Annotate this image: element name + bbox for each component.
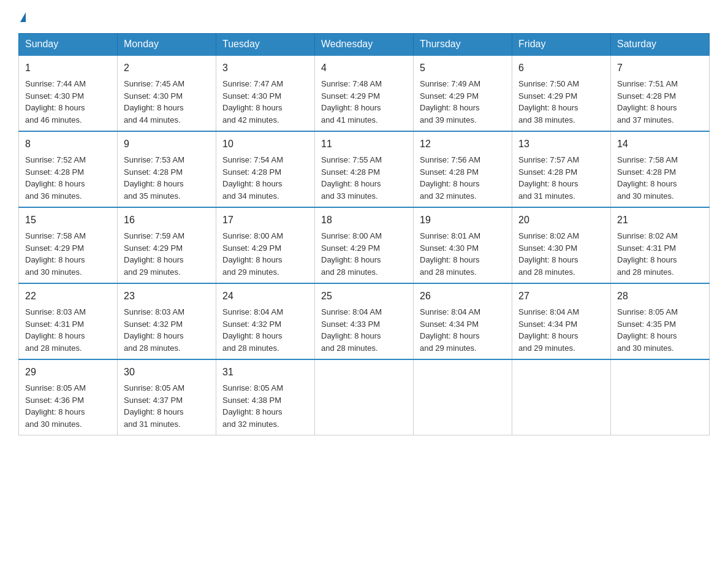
day-number: 14 — [617, 137, 703, 151]
week-row-2: 8Sunrise: 7:52 AM Sunset: 4:28 PM Daylig… — [19, 131, 710, 207]
day-cell-12: 12Sunrise: 7:56 AM Sunset: 4:28 PM Dayli… — [414, 131, 512, 207]
empty-cell — [611, 359, 710, 435]
day-cell-23: 23Sunrise: 8:03 AM Sunset: 4:32 PM Dayli… — [118, 283, 216, 359]
day-number: 7 — [617, 61, 703, 75]
day-number: 1 — [25, 61, 111, 75]
day-info: Sunrise: 7:53 AM Sunset: 4:28 PM Dayligh… — [124, 154, 210, 202]
day-info: Sunrise: 8:05 AM Sunset: 4:37 PM Dayligh… — [124, 382, 210, 430]
day-info: Sunrise: 8:03 AM Sunset: 4:31 PM Dayligh… — [25, 306, 111, 354]
day-cell-26: 26Sunrise: 8:04 AM Sunset: 4:34 PM Dayli… — [414, 283, 512, 359]
day-header-tuesday: Tuesday — [216, 34, 315, 56]
day-number: 21 — [617, 213, 703, 228]
week-row-4: 22Sunrise: 8:03 AM Sunset: 4:31 PM Dayli… — [19, 283, 710, 359]
day-number: 17 — [222, 213, 308, 228]
day-number: 16 — [124, 213, 210, 228]
day-number: 25 — [321, 289, 407, 304]
empty-cell — [315, 359, 414, 435]
day-number: 13 — [518, 137, 604, 151]
day-number: 29 — [25, 365, 111, 380]
day-number: 2 — [124, 61, 210, 75]
day-header-wednesday: Wednesday — [315, 34, 414, 56]
day-info: Sunrise: 7:45 AM Sunset: 4:30 PM Dayligh… — [124, 78, 210, 126]
day-info: Sunrise: 8:01 AM Sunset: 4:30 PM Dayligh… — [420, 230, 506, 278]
day-number: 19 — [420, 213, 506, 228]
day-number: 30 — [124, 365, 210, 380]
day-info: Sunrise: 7:58 AM Sunset: 4:29 PM Dayligh… — [25, 230, 111, 278]
day-number: 22 — [25, 289, 111, 304]
day-info: Sunrise: 7:50 AM Sunset: 4:29 PM Dayligh… — [518, 78, 604, 126]
day-info: Sunrise: 8:00 AM Sunset: 4:29 PM Dayligh… — [321, 230, 407, 278]
page-header — [18, 12, 710, 21]
day-info: Sunrise: 8:05 AM Sunset: 4:35 PM Dayligh… — [617, 306, 703, 354]
day-number: 15 — [25, 213, 111, 228]
day-info: Sunrise: 8:05 AM Sunset: 4:38 PM Dayligh… — [222, 382, 308, 430]
day-cell-13: 13Sunrise: 7:57 AM Sunset: 4:28 PM Dayli… — [512, 131, 611, 207]
day-number: 4 — [321, 61, 407, 75]
week-row-1: 1Sunrise: 7:44 AM Sunset: 4:30 PM Daylig… — [19, 55, 710, 131]
day-info: Sunrise: 7:52 AM Sunset: 4:28 PM Dayligh… — [25, 154, 111, 202]
day-info: Sunrise: 7:48 AM Sunset: 4:29 PM Dayligh… — [321, 78, 407, 126]
logo-triangle-icon — [20, 12, 26, 22]
day-info: Sunrise: 7:44 AM Sunset: 4:30 PM Dayligh… — [25, 78, 111, 126]
day-cell-15: 15Sunrise: 7:58 AM Sunset: 4:29 PM Dayli… — [19, 207, 118, 283]
day-header-monday: Monday — [118, 34, 216, 56]
day-info: Sunrise: 8:04 AM Sunset: 4:34 PM Dayligh… — [420, 306, 506, 354]
day-info: Sunrise: 8:02 AM Sunset: 4:30 PM Dayligh… — [518, 230, 604, 278]
day-cell-21: 21Sunrise: 8:02 AM Sunset: 4:31 PM Dayli… — [611, 207, 710, 283]
days-header-row: SundayMondayTuesdayWednesdayThursdayFrid… — [19, 34, 710, 56]
day-cell-30: 30Sunrise: 8:05 AM Sunset: 4:37 PM Dayli… — [118, 359, 216, 435]
day-cell-10: 10Sunrise: 7:54 AM Sunset: 4:28 PM Dayli… — [216, 131, 315, 207]
day-cell-8: 8Sunrise: 7:52 AM Sunset: 4:28 PM Daylig… — [19, 131, 118, 207]
calendar-table: SundayMondayTuesdayWednesdayThursdayFrid… — [18, 33, 710, 435]
day-number: 11 — [321, 137, 407, 151]
day-info: Sunrise: 7:56 AM Sunset: 4:28 PM Dayligh… — [420, 154, 506, 202]
day-cell-27: 27Sunrise: 8:04 AM Sunset: 4:34 PM Dayli… — [512, 283, 611, 359]
day-cell-3: 3Sunrise: 7:47 AM Sunset: 4:30 PM Daylig… — [216, 55, 315, 131]
day-cell-28: 28Sunrise: 8:05 AM Sunset: 4:35 PM Dayli… — [611, 283, 710, 359]
day-number: 8 — [25, 137, 111, 151]
day-info: Sunrise: 7:54 AM Sunset: 4:28 PM Dayligh… — [222, 154, 308, 202]
day-info: Sunrise: 8:04 AM Sunset: 4:33 PM Dayligh… — [321, 306, 407, 354]
day-cell-5: 5Sunrise: 7:49 AM Sunset: 4:29 PM Daylig… — [414, 55, 512, 131]
day-cell-22: 22Sunrise: 8:03 AM Sunset: 4:31 PM Dayli… — [19, 283, 118, 359]
day-info: Sunrise: 8:02 AM Sunset: 4:31 PM Dayligh… — [617, 230, 703, 278]
day-info: Sunrise: 8:05 AM Sunset: 4:36 PM Dayligh… — [25, 382, 111, 430]
day-cell-20: 20Sunrise: 8:02 AM Sunset: 4:30 PM Dayli… — [512, 207, 611, 283]
day-number: 27 — [518, 289, 604, 304]
day-cell-17: 17Sunrise: 8:00 AM Sunset: 4:29 PM Dayli… — [216, 207, 315, 283]
day-header-sunday: Sunday — [19, 34, 118, 56]
logo — [18, 12, 26, 21]
day-info: Sunrise: 7:47 AM Sunset: 4:30 PM Dayligh… — [222, 78, 308, 126]
day-number: 18 — [321, 213, 407, 228]
day-number: 6 — [518, 61, 604, 75]
day-info: Sunrise: 7:55 AM Sunset: 4:28 PM Dayligh… — [321, 154, 407, 202]
day-number: 20 — [518, 213, 604, 228]
day-cell-18: 18Sunrise: 8:00 AM Sunset: 4:29 PM Dayli… — [315, 207, 414, 283]
day-header-saturday: Saturday — [611, 34, 710, 56]
day-cell-31: 31Sunrise: 8:05 AM Sunset: 4:38 PM Dayli… — [216, 359, 315, 435]
day-info: Sunrise: 7:57 AM Sunset: 4:28 PM Dayligh… — [518, 154, 604, 202]
day-header-thursday: Thursday — [414, 34, 512, 56]
day-number: 23 — [124, 289, 210, 304]
day-info: Sunrise: 7:49 AM Sunset: 4:29 PM Dayligh… — [420, 78, 506, 126]
day-cell-29: 29Sunrise: 8:05 AM Sunset: 4:36 PM Dayli… — [19, 359, 118, 435]
empty-cell — [512, 359, 611, 435]
day-info: Sunrise: 7:51 AM Sunset: 4:28 PM Dayligh… — [617, 78, 703, 126]
day-number: 26 — [420, 289, 506, 304]
day-number: 3 — [222, 61, 308, 75]
day-info: Sunrise: 8:04 AM Sunset: 4:32 PM Dayligh… — [222, 306, 308, 354]
day-number: 24 — [222, 289, 308, 304]
day-cell-2: 2Sunrise: 7:45 AM Sunset: 4:30 PM Daylig… — [118, 55, 216, 131]
day-number: 12 — [420, 137, 506, 151]
day-cell-25: 25Sunrise: 8:04 AM Sunset: 4:33 PM Dayli… — [315, 283, 414, 359]
day-number: 10 — [222, 137, 308, 151]
day-cell-19: 19Sunrise: 8:01 AM Sunset: 4:30 PM Dayli… — [414, 207, 512, 283]
day-info: Sunrise: 7:58 AM Sunset: 4:28 PM Dayligh… — [617, 154, 703, 202]
day-number: 5 — [420, 61, 506, 75]
day-cell-14: 14Sunrise: 7:58 AM Sunset: 4:28 PM Dayli… — [611, 131, 710, 207]
day-info: Sunrise: 8:04 AM Sunset: 4:34 PM Dayligh… — [518, 306, 604, 354]
week-row-3: 15Sunrise: 7:58 AM Sunset: 4:29 PM Dayli… — [19, 207, 710, 283]
day-cell-9: 9Sunrise: 7:53 AM Sunset: 4:28 PM Daylig… — [118, 131, 216, 207]
week-row-5: 29Sunrise: 8:05 AM Sunset: 4:36 PM Dayli… — [19, 359, 710, 435]
day-info: Sunrise: 8:03 AM Sunset: 4:32 PM Dayligh… — [124, 306, 210, 354]
